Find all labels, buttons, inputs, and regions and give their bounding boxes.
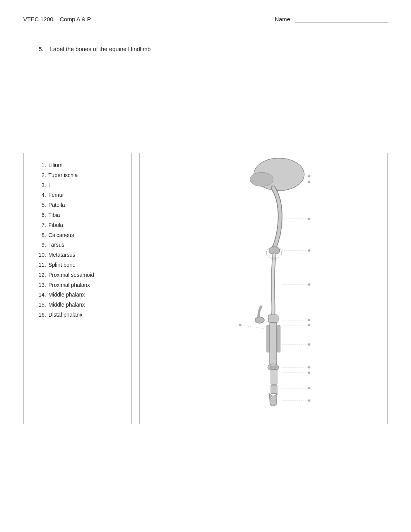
list-item: 8.Calcaneus: [35, 231, 123, 240]
header-title: VTEC 1200 – Comp A & P: [23, 16, 91, 22]
svg-point-39: [308, 366, 310, 368]
list-item: 15.Middle phalanx: [35, 300, 123, 310]
list-item: 1.Lilium: [35, 161, 123, 170]
svg-point-41: [308, 387, 310, 389]
name-input-line: [295, 15, 388, 22]
list-item: 7.Fibula: [35, 221, 123, 230]
section-label: 5. Label the bones of the equine Hindlim…: [39, 46, 388, 52]
list-item: 2.Tuber ischia: [35, 171, 123, 180]
svg-point-34: [308, 249, 310, 252]
list-item: 5.Patella: [35, 201, 123, 210]
svg-point-38: [308, 343, 310, 346]
svg-point-40: [308, 372, 310, 374]
spacer: [23, 68, 388, 145]
svg-point-37: [308, 324, 310, 326]
svg-rect-5: [270, 322, 277, 365]
svg-point-31: [308, 175, 310, 177]
list-item: 12.Proximal sesamoid: [35, 271, 123, 280]
list-item: 10.Metatarsus: [35, 251, 123, 260]
svg-point-3: [255, 317, 264, 323]
header-name-area: Name:: [275, 15, 388, 22]
list-item: 9.Tarsus: [35, 240, 123, 250]
bone-list: 1.Lilium 2.Tuber ischia 3.L 4.Femur 5.Pa…: [31, 161, 123, 320]
svg-point-42: [308, 399, 310, 402]
list-item: 3.L: [35, 181, 123, 190]
svg-line-44: [240, 325, 267, 329]
list-item-splint-bone: 11.Splint bone: [35, 261, 123, 270]
svg-rect-11: [271, 370, 277, 384]
svg-point-9: [270, 366, 273, 369]
svg-point-10: [274, 366, 277, 369]
header: VTEC 1200 – Comp A & P Name:: [23, 15, 388, 26]
svg-point-1: [250, 172, 273, 186]
content-area: 1.Lilium 2.Tuber ischia 3.L 4.Femur 5.Pa…: [23, 153, 388, 424]
svg-rect-7: [267, 325, 269, 352]
section-number: 5.: [39, 46, 44, 52]
svg-rect-6: [277, 325, 280, 352]
svg-point-32: [308, 181, 310, 183]
svg-point-36: [308, 319, 310, 321]
hindlimb-diagram: [139, 153, 388, 424]
hindlimb-svg: [202, 153, 325, 424]
list-item: 4.Femur: [35, 191, 123, 200]
bone-list-box: 1.Lilium 2.Tuber ischia 3.L 4.Femur 5.Pa…: [23, 153, 132, 424]
list-item: 6.Tibia: [35, 211, 123, 220]
svg-point-35: [308, 283, 310, 286]
name-label: Name:: [275, 16, 292, 22]
svg-rect-4: [268, 315, 278, 322]
section-title: Label the bones of the equine Hindlimb: [50, 46, 151, 52]
list-item: 16.Distal phalanx: [35, 310, 123, 320]
svg-rect-12: [271, 385, 277, 394]
list-item: 13.Proximal phalanx: [35, 281, 123, 290]
page: VTEC 1200 – Comp A & P Name: 5. Label th…: [0, 0, 411, 532]
list-item: 14.Middle phalanx: [35, 290, 123, 300]
svg-point-33: [308, 218, 310, 220]
